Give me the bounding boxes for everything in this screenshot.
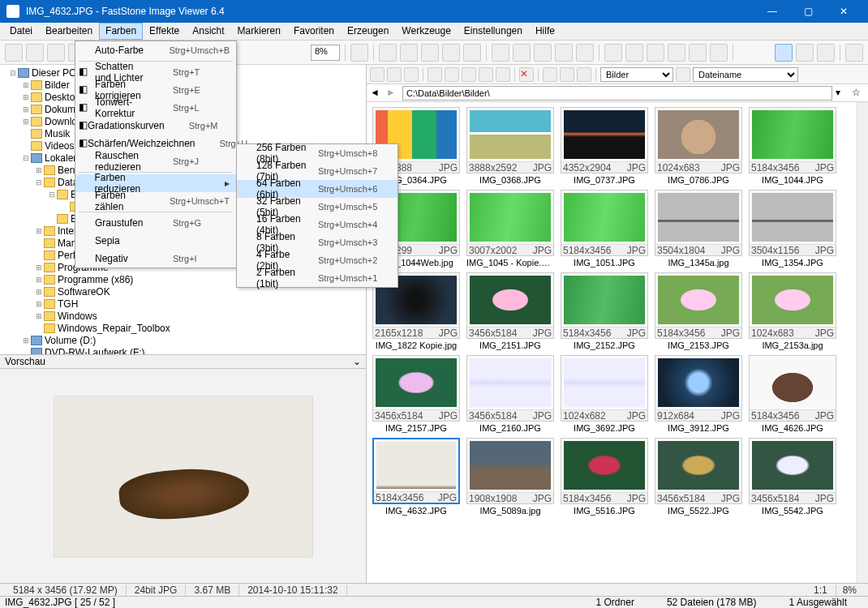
toolbar-button[interactable]: [400, 44, 418, 62]
thumbnail[interactable]: 5184x3456JPGIMG_4632.JPG: [372, 438, 461, 516]
thumbnail[interactable]: 5184x3456JPGIMG_2153.JPG: [654, 272, 743, 350]
menu-hilfe[interactable]: Hilfe: [529, 23, 561, 40]
menuitem[interactable]: Farben zählenStrg+Umsch+T: [75, 192, 236, 210]
tree-node[interactable]: ⊞TGH: [0, 298, 366, 310]
thumbnail[interactable]: 3456x5184JPGIMG_2160.JPG: [466, 355, 555, 433]
thumbnail[interactable]: 3504x1156JPGIMG_1354.JPG: [748, 190, 837, 268]
thumbnail[interactable]: 3456x5184JPGIMG_2151.JPG: [466, 272, 555, 350]
hand-tool-icon[interactable]: [350, 44, 368, 62]
sort-select[interactable]: Dateiname: [693, 67, 798, 82]
zoom-combo[interactable]: 8%: [311, 45, 340, 61]
toolbar-button[interactable]: [534, 44, 552, 62]
thumbnail[interactable]: 5184x3456JPGIMG_2152.JPG: [560, 272, 649, 350]
menuitem[interactable]: ◧GradationskurvenStrg+M: [75, 117, 236, 135]
tree-twisty-icon[interactable]: ⊞: [21, 81, 31, 89]
tree-twisty-icon[interactable]: ⊞: [34, 312, 44, 320]
toolbar-button[interactable]: [555, 44, 573, 62]
tree-twisty-icon[interactable]: ⊟: [21, 154, 31, 162]
thumbnail[interactable]: 3504x1804JPGIMG_1345a.jpg: [654, 190, 743, 268]
tree-twisty-icon[interactable]: ⊞: [34, 300, 44, 308]
tree-twisty-icon[interactable]: ⊞: [21, 105, 31, 113]
toolbar-button[interactable]: [668, 44, 685, 62]
thumbnail[interactable]: 3888x2592JPGIMG_0368.JPG: [466, 107, 555, 185]
thumbnail-grid[interactable]: 92x3888JPGIMG_0364.JPG3888x2592JPGIMG_03…: [367, 102, 868, 584]
menu-bearbeiten[interactable]: Bearbeiten: [39, 23, 99, 40]
thumbnail[interactable]: 5184x3456JPGIMG_4626.JPG: [748, 355, 837, 433]
chevron-down-icon[interactable]: ⌄: [353, 356, 361, 367]
menu-datei[interactable]: Datei: [3, 23, 39, 40]
new-folder-icon[interactable]: [445, 67, 459, 82]
view-detail-icon[interactable]: [817, 44, 835, 62]
toolbar-button[interactable]: [710, 44, 728, 62]
menu-favoriten[interactable]: Favoriten: [287, 23, 341, 40]
view-icon[interactable]: [577, 67, 591, 82]
tree-node[interactable]: DVD-RW-Laufwerk (F:): [0, 346, 366, 354]
thumbnail[interactable]: 912x684JPGIMG_3912.JPG: [654, 355, 743, 433]
thumbnail[interactable]: 5184x3456JPGIMG_5516.JPG: [560, 438, 649, 516]
thumbnail[interactable]: 3007x2002JPGIMG_1045 - Kopie.JPG: [466, 190, 555, 268]
tree-twisty-icon[interactable]: ⊞: [34, 276, 44, 284]
toolbar-button[interactable]: [492, 44, 509, 62]
tree-twisty-icon[interactable]: ⊟: [47, 191, 57, 199]
move-icon[interactable]: [479, 67, 493, 82]
tree-twisty-icon[interactable]: ⊞: [21, 93, 31, 101]
menu-effekte[interactable]: Effekte: [143, 23, 186, 40]
copy-icon[interactable]: [462, 67, 476, 82]
menu-markieren[interactable]: Markieren: [231, 23, 287, 40]
thumbnail[interactable]: 1024x683JPGIMG_0786.JPG: [654, 107, 743, 185]
path-input[interactable]: [402, 86, 832, 101]
dropdown-icon[interactable]: ▾: [836, 87, 849, 100]
menu-erzeugen[interactable]: Erzeugen: [341, 23, 395, 40]
close-button[interactable]: ✕: [826, 0, 862, 23]
thumbnail[interactable]: 5184x3456JPGIMG_1051.JPG: [560, 190, 649, 268]
toolbar-button[interactable]: [463, 44, 481, 62]
toolbar-button[interactable]: [442, 44, 460, 62]
toolbar-button[interactable]: [513, 44, 531, 62]
refresh-icon[interactable]: [496, 67, 510, 82]
toolbar-button[interactable]: [47, 44, 65, 62]
menuitem[interactable]: ◧Tonwert-KorrekturStrg+L: [75, 99, 236, 117]
folder-icon[interactable]: [428, 67, 442, 82]
thumbnail[interactable]: 1024x683JPGIMG_2153a.jpg: [748, 272, 837, 350]
toolbar-button[interactable]: [421, 44, 439, 62]
tree-twisty-icon[interactable]: ⊟: [8, 69, 18, 77]
tree-node[interactable]: ⊞Windows: [0, 310, 366, 322]
menuitem[interactable]: GraustufenStrg+G: [75, 214, 236, 232]
tree-node[interactable]: Windows_Repair_Toolbox: [0, 322, 366, 334]
thumbnail[interactable]: 3456x5184JPGIMG_5542.JPG: [748, 438, 837, 516]
sort-dir-icon[interactable]: [676, 67, 690, 82]
menu-farben[interactable]: Farben: [99, 23, 143, 40]
toolbar-button[interactable]: [625, 44, 643, 62]
toolbar-button[interactable]: [26, 44, 44, 62]
nav-back-icon[interactable]: [370, 67, 385, 82]
delete-icon[interactable]: ✕: [519, 67, 534, 82]
tree-twisty-icon[interactable]: ⊞: [34, 227, 44, 235]
view-icon[interactable]: [543, 67, 557, 82]
toolbar-button[interactable]: [604, 44, 622, 62]
maximize-button[interactable]: ▢: [790, 0, 826, 23]
nav-fwd-icon[interactable]: ►: [386, 87, 399, 100]
nav-back-icon[interactable]: ◄: [370, 87, 383, 100]
toolbar-button[interactable]: [5, 44, 23, 62]
menu-werkzeuge[interactable]: Werkzeuge: [395, 23, 457, 40]
nav-up-icon[interactable]: [404, 67, 419, 82]
fullscreen-icon[interactable]: [845, 44, 863, 62]
thumbnail[interactable]: 1024x682JPGIMG_3692.JPG: [560, 355, 649, 433]
menuitem[interactable]: Rauschen reduzierenStrg+J: [75, 152, 236, 170]
tree-twisty-icon[interactable]: ⊟: [34, 178, 44, 186]
menu-einstellungen[interactable]: Einstellungen: [458, 23, 529, 40]
tree-twisty-icon[interactable]: ⊞: [34, 166, 44, 174]
menu-ansicht[interactable]: Ansicht: [186, 23, 230, 40]
toolbar-button[interactable]: [379, 44, 397, 62]
nav-fwd-icon[interactable]: [387, 67, 402, 82]
tree-twisty-icon[interactable]: ⊞: [34, 263, 44, 272]
view-icon[interactable]: [560, 67, 574, 82]
thumbnail[interactable]: 3456x5184JPGIMG_2157.JPG: [372, 355, 461, 433]
toolbar-button[interactable]: [647, 44, 664, 62]
menuitem[interactable]: NegativStrg+I: [75, 250, 236, 268]
menuitem[interactable]: Sepia: [75, 232, 236, 250]
thumbnail[interactable]: 1908x1908JPGIMG_5089a.jpg: [466, 438, 555, 516]
scrollbar[interactable]: [857, 102, 868, 584]
filter-select[interactable]: Bilder: [600, 67, 673, 82]
tree-node[interactable]: ⊞Volume (D:): [0, 334, 366, 346]
